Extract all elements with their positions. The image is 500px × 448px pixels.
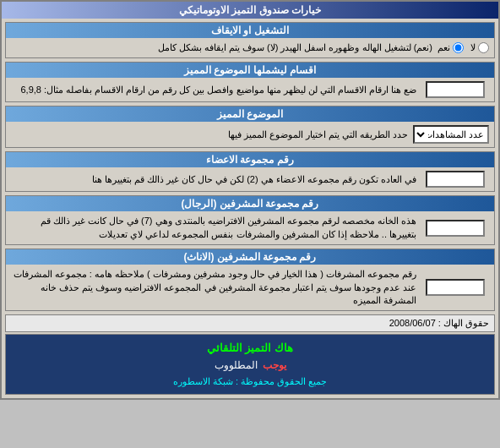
sections-count-body: 2 ضع هنا ارقام الاقسام التي لن ليظهر منه… [6,78,494,101]
ladies-group-section: رقم مجموعة المشرفين (الاناث) 4 رقم مجموع… [5,249,495,311]
topic-method-body: عدد المشاهدات عدد الردود عشوائي حدد الطر… [6,122,494,147]
sections-count-header: اقسام ليشملها الموضوع المميز [6,63,494,78]
members-group-section: رقم مجموعة الاعضاء 2 في العاده تكون رقم … [5,151,495,192]
ladies-group-desc: رقم مجموعه المشرفات ( هذا الخيار في حال … [11,268,416,307]
activation-section: التشغيل او الايقاف نعم لا (نعم) لتشغيل ا… [5,22,495,58]
ladies-group-body: 4 رقم مجموعه المشرفات ( هذا الخيار في حا… [6,265,494,310]
bottom-panel: هاك التميز التلقائي يوجب المطلووب جميع ا… [5,334,495,395]
activation-body: نعم لا (نعم) لتشغيل الهاله وظهوره اسفل ا… [6,38,494,57]
footer-section: حقوق الهاك : 2008/06/07 [5,314,495,332]
topic-method-header: الموضوع المميز [6,107,494,122]
copyright-date: حقوق الهاك : 2008/06/07 [389,318,489,328]
mods-group-desc: هذه الخانه مخصصه لرقم مجموعه المشرفين ال… [11,215,416,241]
main-window: خيارات صندوق التميز الاوتوماتيكي التشغيل… [0,0,500,400]
topic-method-section: الموضوع المميز عدد المشاهدات عدد الردود … [5,106,495,148]
auto-label: هاك التميز التلقائي [13,341,487,354]
sections-count-section: اقسام ليشملها الموضوع المميز 2 ضع هنا ار… [5,62,495,102]
radio-no[interactable] [478,42,489,53]
topic-method-select[interactable]: عدد المشاهدات عدد الردود عشوائي [413,125,489,144]
sections-count-desc: ضع هنا ارقام الاقسام التي لن ليظهر منها … [11,84,416,96]
activation-radio-group: نعم لا [438,42,489,53]
required-value: المطلووب [215,359,258,371]
members-group-header: رقم مجموعة الاعضاء [6,152,494,167]
topic-method-input-area: عدد المشاهدات عدد الردود عشوائي [413,125,489,144]
ladies-group-input-area: 4 [421,279,489,296]
members-group-body: 2 في العاده تكون رقم مجموعه الاعضاء هي (… [6,167,494,191]
ladies-group-header: رقم مجموعة المشرفين (الاناث) [6,249,494,265]
required-row: يوجب المطلووب [13,359,487,371]
activation-header: التشغيل او الايقاف [6,23,494,38]
sections-count-input-area: 2 [421,81,489,98]
title-bar: خيارات صندوق التميز الاوتوماتيكي [2,2,498,19]
mods-group-input-area: 7 [421,220,489,237]
radio-no-label[interactable]: لا [470,42,489,53]
activation-desc: (نعم) لتشغيل الهاله وظهوره اسفل الهيدر (… [11,41,432,54]
mods-group-input[interactable]: 7 [426,220,485,237]
mods-group-section: رقم مجموعة المشرفين (الرجال) 7 هذه الخان… [5,195,495,245]
all-rights: جميع الحقوق محفوظة : شبكة الاسطوره [13,376,487,387]
all-rights-text: جميع الحقوق محفوظة : شبكة الاسطوره [173,376,327,386]
mods-group-body: 7 هذه الخانه مخصصه لرقم مجموعه المشرفين … [6,211,494,244]
members-group-input-area: 2 [421,171,489,188]
radio-yes-label[interactable]: نعم [438,42,464,53]
sections-count-input[interactable]: 2 [426,81,485,98]
required-label: يوجب [263,359,286,371]
ladies-group-input[interactable]: 4 [426,279,485,296]
mods-group-header: رقم مجموعة المشرفين (الرجال) [6,196,494,211]
topic-method-desc: حدد الطريقه التي يتم اختيار الموضوع المم… [11,128,408,141]
window-title: خيارات صندوق التميز الاوتوماتيكي [179,4,321,16]
members-group-input[interactable]: 2 [426,171,485,188]
radio-yes[interactable] [453,42,464,53]
members-group-desc: في العاده تكون رقم مجموعه الاعضاء هي (2)… [11,173,416,186]
content-area: التشغيل او الايقاف نعم لا (نعم) لتشغيل ا… [2,19,498,398]
